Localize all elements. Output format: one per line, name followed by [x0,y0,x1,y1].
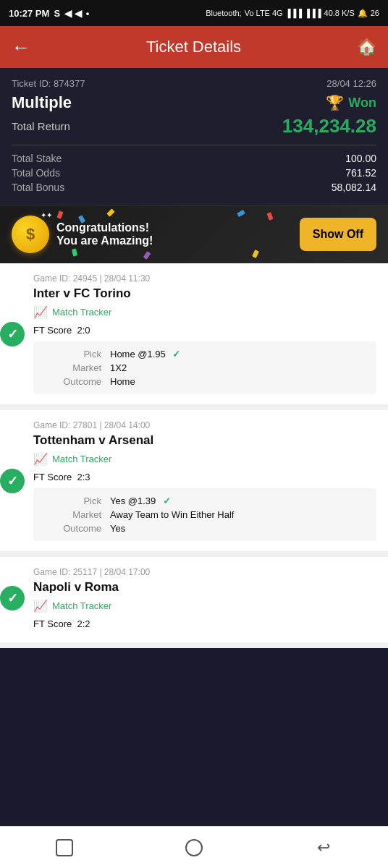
divider [12,145,376,145]
congrats-line2: You are Amazing! [56,234,153,247]
match-tracker-2[interactable]: 📈 Match Tracker [33,452,376,466]
ft-score-2: FT Score 2:3 [33,472,376,482]
stat-odds-row: Total Odds 761.52 [12,167,376,179]
outcome-key-2: Outcome [43,523,101,534]
pick-row-pick-1: Pick Home @1.95 ✓ [43,349,366,359]
ft-score-3: FT Score 2:2 [33,618,376,629]
stat-bonus-label: Total Bonus [12,182,64,193]
tracker-icon-3: 📈 [33,599,48,613]
show-off-button[interactable]: Show Off [300,218,376,251]
ticket-id: Ticket ID: 874377 [12,78,85,89]
ticket-type: Multiple [12,93,72,112]
total-return-value: 134,234.28 [282,115,376,137]
stat-stake-value: 100.00 [345,153,376,164]
pick-check-1: ✓ [172,349,180,359]
pick-row-outcome-2: Outcome Yes [43,523,366,534]
match-meta-2: Game ID: 27801 | 28/04 14:00 [33,420,376,430]
stats-grid: Total Stake 100.00 Total Odds 761.52 Tot… [12,153,376,193]
pick-row-outcome-1: Outcome Home [43,376,366,387]
market-key-2: Market [43,509,101,520]
status-right: Bluetooth; Vo LTE 4G ▐▐▐ ▐▐▐ 40.8 K/S 🔔 … [206,9,379,18]
stat-odds-label: Total Odds [12,167,60,179]
bottom-nav: ↩ [0,826,388,868]
pick-key-1: Pick [43,349,101,359]
coin-stars: ✦✦ [41,211,52,219]
pick-key-2: Pick [43,495,101,506]
outcome-key-1: Outcome [43,376,101,387]
nav-home-button[interactable] [181,835,207,861]
win-check-icon-2: ✓ [0,469,25,493]
outcome-val-2: Yes [110,523,125,534]
back-arrow-icon: ↩ [317,838,330,857]
win-check-icon-3: ✓ [0,586,25,610]
battery-icon: 🔔 [358,9,368,18]
coin-icon: ✦✦ [12,216,49,253]
pick-box-1: Pick Home @1.95 ✓ Market 1X2 Outcome Hom… [33,341,376,394]
header: ← Ticket Details 🏠 [0,26,388,68]
status-dot: • [86,8,90,19]
status-bar: 10:27 PM S ◀ ◀ • Bluetooth; Vo LTE 4G ▐▐… [0,0,388,26]
match-card-inner-1: ✓ Game ID: 24945 | 28/04 11:30 Inter v F… [12,273,376,394]
stat-odds-value: 761.52 [345,167,376,179]
congrats-banner: ✦✦ Congratulations! You are Amazing! Sho… [0,205,388,263]
match-title-3: Napoli v Roma [33,580,376,595]
total-return-label: Total Return [12,120,70,132]
match-card-3: ✓ Game ID: 25117 | 28/04 17:00 Napoli v … [0,557,388,648]
match-meta-1: Game ID: 24945 | 28/04 11:30 [33,273,376,284]
tracker-icon-1: 📈 [33,305,48,319]
speed-indicator: 40.8 K/S [324,9,355,17]
won-label: Won [348,95,376,111]
match-tracker-3[interactable]: 📈 Match Tracker [33,599,376,613]
home-button[interactable]: 🏠 [357,38,376,56]
ticket-section: Ticket ID: 874377 28/04 12:26 Multiple 🏆… [0,68,388,205]
outcome-val-1: Home [110,376,135,387]
pick-check-2: ✓ [163,495,171,506]
market-key-1: Market [43,362,101,373]
tracker-icon-2: 📈 [33,452,48,466]
market-val-1: 1X2 [110,362,127,373]
pick-row-market-2: Market Away Team to Win Either Half [43,509,366,520]
status-icons: ◀ ◀ [64,8,82,19]
bluetooth-icon: Bluetooth; [206,9,242,17]
pick-row-pick-2: Pick Yes @1.39 ✓ [43,495,366,506]
tracker-label-1: Match Tracker [52,307,111,318]
stat-stake-label: Total Stake [12,153,62,164]
match-card-2: ✓ Game ID: 27801 | 28/04 14:00 Tottenham… [0,410,388,557]
win-check-icon-1: ✓ [0,322,25,346]
stat-bonus-value: 58,082.14 [332,182,376,193]
matches-section: ✓ Game ID: 24945 | 28/04 11:30 Inter v F… [0,263,388,648]
match-tracker-1[interactable]: 📈 Match Tracker [33,305,376,319]
battery-level: 26 [371,9,379,17]
match-card-inner-3: ✓ Game ID: 25117 | 28/04 17:00 Napoli v … [12,567,376,629]
status-carrier: S [54,8,60,19]
pick-val-1: Home @1.95 ✓ [110,349,180,359]
ticket-date: 28/04 12:26 [326,78,376,89]
congrats-line1: Congratulations! [56,221,153,234]
stat-bonus-row: Total Bonus 58,082.14 [12,182,376,193]
pick-box-2: Pick Yes @1.39 ✓ Market Away Team to Win… [33,488,376,541]
back-button[interactable]: ← [12,36,30,59]
square-icon [56,839,73,856]
tracker-label-2: Match Tracker [52,454,111,464]
pick-row-market-1: Market 1X2 [43,362,366,373]
match-card: ✓ Game ID: 24945 | 28/04 11:30 Inter v F… [0,263,388,410]
congrats-text: Congratulations! You are Amazing! [56,221,153,247]
won-badge: 🏆 Won [326,94,376,111]
nav-back-button[interactable]: ↩ [311,835,337,861]
ft-score-1: FT Score 2:0 [33,325,376,336]
status-left: 10:27 PM S ◀ ◀ • [9,8,89,19]
page-title: Ticket Details [146,38,241,56]
trophy-icon: 🏆 [326,94,344,111]
signal-icons: Vo LTE 4G ▐▐▐ ▐▐▐ [245,9,321,17]
match-card-inner-2: ✓ Game ID: 27801 | 28/04 14:00 Tottenham… [12,420,376,541]
tracker-label-3: Match Tracker [52,600,111,611]
ticket-type-row: Multiple 🏆 Won [12,93,376,112]
market-val-2: Away Team to Win Either Half [110,509,234,520]
stat-stake-row: Total Stake 100.00 [12,153,376,164]
ticket-meta-row: Ticket ID: 874377 28/04 12:26 [12,78,376,89]
match-meta-3: Game ID: 25117 | 28/04 17:00 [33,567,376,577]
nav-square-button[interactable] [51,835,77,861]
total-return-row: Total Return 134,234.28 [12,115,376,137]
match-title-1: Inter v FC Torino [33,286,376,301]
circle-icon [185,839,203,856]
